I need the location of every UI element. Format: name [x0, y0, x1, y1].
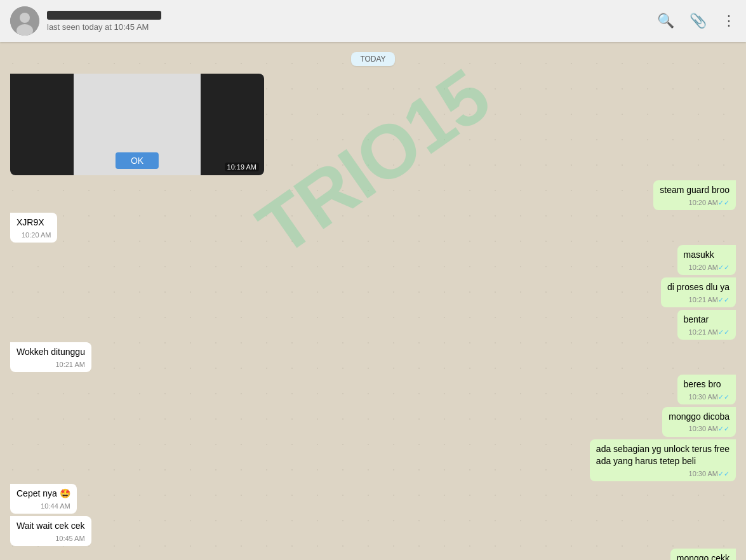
- message-time: 10:20 AM: [22, 230, 51, 240]
- contact-status: last seen today at 10:45 AM: [47, 22, 657, 32]
- message-bubble: beres bro 10:30 AM ✓✓: [677, 375, 736, 404]
- message-text: monggo dicoba: [669, 411, 729, 422]
- search-icon[interactable]: 🔍: [657, 13, 674, 29]
- more-options-icon[interactable]: ⋮: [722, 13, 736, 29]
- message-bubble: Wokkeh ditunggu 10:21 AM: [10, 342, 91, 372]
- table-row: monggo dicoba 10:30 AM ✓✓: [10, 407, 736, 437]
- message-bubble: ada sebagian yg unlock terus freeada yan…: [590, 439, 736, 482]
- message-text: Wokkeh ditunggu: [17, 347, 85, 357]
- message-bubble: Cepet nya 🤩 10:44 AM: [10, 484, 77, 514]
- message-text: bentar: [684, 314, 709, 324]
- message-time: 10:30 AM: [689, 392, 718, 402]
- message-time: 10:30 AM: [689, 469, 718, 479]
- message-time: 10:30 AM: [689, 424, 718, 434]
- read-ticks: ✓✓: [718, 469, 729, 479]
- message-time: 10:21 AM: [55, 360, 84, 370]
- table-row: ada sebagian yg unlock terus freeada yan…: [10, 439, 736, 482]
- read-ticks: ✓✓: [718, 295, 729, 305]
- message-text: XJR9X: [17, 217, 44, 227]
- media-content: OK 10:19 AM: [10, 74, 264, 175]
- table-row: Wait wait cek cek 10:45 AM: [10, 516, 736, 546]
- message-text: steam guard broo: [660, 185, 729, 195]
- message-bubble: bentar 10:21 AM ✓✓: [677, 310, 736, 340]
- table-row: beres bro 10:30 AM ✓✓: [10, 375, 736, 404]
- header-actions: 🔍 📎 ⋮: [657, 13, 736, 29]
- date-separator: TODAY: [0, 52, 746, 66]
- message-bubble: monggo cekk 10:45 AM ✓✓: [670, 549, 736, 560]
- table-row: bentar 10:21 AM ✓✓: [10, 310, 736, 340]
- message-text: masukk: [684, 250, 714, 260]
- message-bubble: monggo dicoba 10:30 AM ✓✓: [662, 407, 736, 437]
- table-row: monggo cekk 10:45 AM ✓✓: [10, 549, 736, 560]
- read-ticks: ✓✓: [718, 424, 729, 434]
- table-row: OK 10:19 AM: [10, 74, 736, 178]
- svg-point-1: [20, 13, 30, 23]
- message-time: 10:44 AM: [41, 502, 70, 511]
- message-time: 10:21 AM: [689, 328, 718, 337]
- read-ticks: ✓✓: [718, 198, 729, 208]
- message-bubble: masukk 10:20 AM ✓✓: [677, 245, 736, 275]
- message-text: di proses dlu ya: [667, 282, 729, 292]
- read-ticks: ✓✓: [718, 392, 729, 402]
- message-bubble: di proses dlu ya 10:21 AM ✓✓: [661, 277, 736, 307]
- message-time: 10:20 AM: [689, 198, 718, 208]
- attachment-icon[interactable]: 📎: [689, 13, 707, 29]
- table-row: Cepet nya 🤩 10:44 AM: [10, 484, 736, 514]
- contact-info: last seen today at 10:45 AM: [47, 11, 657, 32]
- message-text: beres bro: [684, 379, 721, 389]
- read-ticks: ✓✓: [718, 328, 729, 337]
- message-bubble: steam guard broo 10:20 AM ✓✓: [653, 180, 736, 210]
- table-row: Wokkeh ditunggu 10:21 AM: [10, 342, 736, 372]
- table-row: steam guard broo 10:20 AM ✓✓: [10, 180, 736, 210]
- chat-header: last seen today at 10:45 AM 🔍 📎 ⋮: [0, 0, 746, 42]
- message-time: 10:20 AM: [689, 263, 718, 272]
- message-time: 10:21 AM: [689, 295, 718, 305]
- message-text: Wait wait cek cek: [17, 521, 85, 531]
- avatar[interactable]: [10, 6, 39, 36]
- message-text: ada sebagian yg unlock terus freeada yan…: [596, 444, 729, 467]
- chat-area: TRIO15 TODAY OK 10:19 AM steam guard bro…: [0, 42, 746, 560]
- message-text: Cepet nya 🤩: [17, 488, 70, 498]
- messages-container: OK 10:19 AM steam guard broo 10:20 AM ✓✓…: [0, 74, 746, 560]
- message-bubble: Wait wait cek cek 10:45 AM: [10, 516, 91, 546]
- ok-button[interactable]: OK: [116, 152, 159, 169]
- today-badge: TODAY: [351, 52, 394, 66]
- table-row: di proses dlu ya 10:21 AM ✓✓: [10, 277, 736, 307]
- media-bubble[interactable]: OK 10:19 AM: [10, 74, 264, 175]
- table-row: XJR9X 10:20 AM: [10, 213, 736, 243]
- media-timestamp: 10:19 AM: [225, 163, 259, 171]
- table-row: masukk 10:20 AM ✓✓: [10, 245, 736, 275]
- message-time: 10:45 AM: [55, 534, 84, 543]
- message-text: monggo cekk: [677, 553, 729, 560]
- read-ticks: ✓✓: [718, 263, 729, 272]
- contact-name: [47, 11, 161, 20]
- message-bubble: XJR9X 10:20 AM: [10, 213, 57, 243]
